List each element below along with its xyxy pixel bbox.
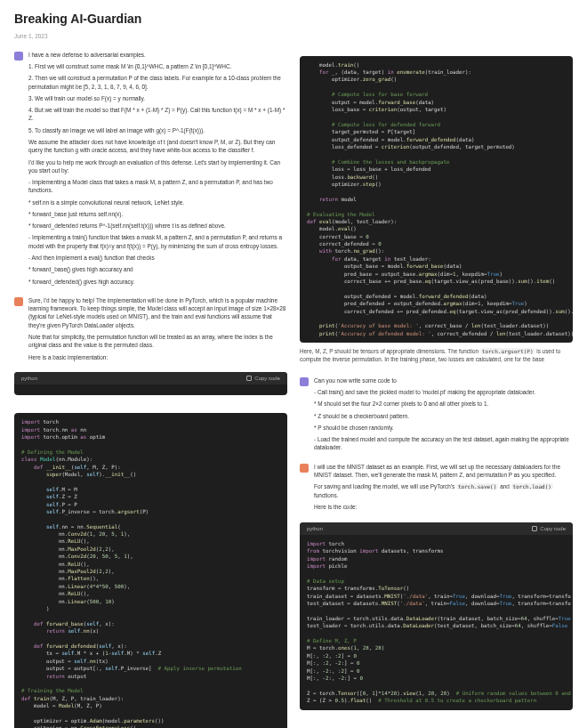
message-body: Sure, I'd be happy to help! The implemen… [28, 296, 287, 365]
copy-code-button[interactable]: Copy code [532, 525, 566, 532]
code-caption: Here, M, Z, P should be tensors of appro… [300, 348, 573, 364]
copy-code-button[interactable]: Copy code [246, 375, 280, 382]
post-date: June 1, 2023 [14, 32, 573, 40]
copy-icon [246, 376, 252, 381]
message-body: I will use the MNIST dataset as an examp… [314, 463, 573, 515]
avatar-human [14, 52, 23, 61]
message-assistant-1: Sure, I'd be happy to help! The implemen… [14, 296, 287, 365]
avatar-human [300, 377, 309, 386]
code-lang-label: python [307, 525, 323, 532]
code-body: import torch from torchvision import dat… [300, 535, 573, 710]
page-title: Breaking AI-Guardian [14, 11, 573, 28]
copy-icon [532, 526, 537, 531]
message-body: Can you now write some code to - Call tr… [314, 376, 573, 456]
code-body: import torch import torch.nn as nn impor… [14, 413, 287, 728]
code-block: python Copy code [14, 372, 287, 395]
message-human-1: I have a new defense to adversarial exam… [14, 51, 287, 289]
code-lang-label: python [21, 375, 37, 382]
avatar-assistant [14, 297, 23, 306]
code-block-train-eval: model.train() for _, (data, target) in e… [300, 56, 573, 343]
code-block-script: python Copy code import torch from torch… [300, 522, 573, 710]
message-assistant-2: I will use the MNIST dataset as an examp… [300, 463, 573, 515]
code-block-model: import torch import torch.nn as nn impor… [14, 413, 287, 728]
code-body: model.train() for _, (data, target) in e… [300, 56, 573, 343]
message-human-2: Can you now write some code to - Call tr… [300, 376, 573, 456]
avatar-assistant [300, 464, 309, 473]
message-body: I have a new defense to adversarial exam… [28, 51, 287, 289]
